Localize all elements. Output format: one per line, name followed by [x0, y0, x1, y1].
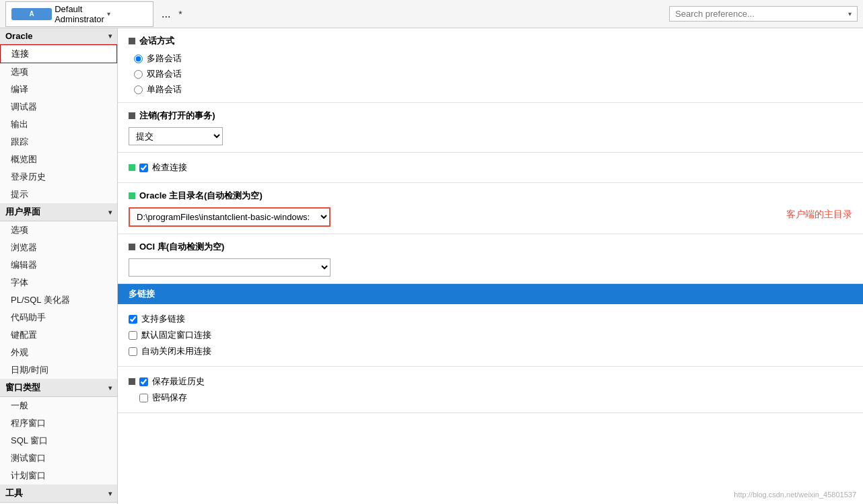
default-fixed-window-label[interactable]: 默认固定窗口连接 [129, 327, 852, 343]
save-password-text: 密码保存 [152, 392, 187, 404]
sidebar-item-browser[interactable]: 浏览器 [0, 239, 117, 256]
session-mode-section: 会话方式 多路会话 双路会话 单路会话 [118, 28, 863, 103]
profile-icon: A [11, 8, 52, 20]
auto-close-unused-checkbox[interactable] [129, 347, 137, 356]
oracle-home-annotation: 客户端的主目录 [786, 190, 852, 221]
history-indicator [129, 378, 135, 385]
sidebar-section-ui-items: 选项 浏览器 编辑器 字体 PL/SQL 美化器 代码助手 键配置 外观 日期/… [0, 221, 117, 379]
sidebar-section-tools-label: 工具 [5, 487, 23, 499]
session-mode-label: 会话方式 [129, 35, 852, 47]
session-mode-indicator [129, 38, 135, 44]
oracle-home-indicator [129, 192, 135, 199]
oci-library-select-wrapper [129, 258, 852, 277]
sidebar-section-oracle-toggle: ▾ [108, 32, 112, 40]
radio-single-session-input[interactable] [134, 85, 143, 94]
sidebar-item-sql-window[interactable]: SQL 窗口 [0, 432, 117, 449]
sidebar-item-test-window[interactable]: 测试窗口 [0, 449, 117, 467]
sidebar-item-overview[interactable]: 概览图 [0, 151, 117, 168]
sidebar-item-compiler[interactable]: 编译 [0, 81, 117, 98]
sidebar-item-datetime[interactable]: 日期/时间 [0, 361, 117, 379]
oracle-home-title: Oracle 主目录名(自动检测为空) [139, 190, 263, 202]
default-fixed-window-text: 默认固定窗口连接 [141, 329, 211, 341]
sidebar-section-window-type[interactable]: 窗口类型 ▾ [0, 379, 117, 397]
logout-select[interactable]: 提交 回滚 询问 [129, 127, 223, 145]
save-password-checkbox[interactable] [139, 394, 148, 402]
sidebar-item-appearance[interactable]: 外观 [0, 344, 117, 361]
check-connection-checkbox-label[interactable]: 检查连接 [129, 159, 852, 176]
sidebar-item-hints[interactable]: 提示 [0, 186, 117, 203]
sidebar-item-trace[interactable]: 跟踪 [0, 133, 117, 151]
check-connection-section: 检查连接 [118, 153, 863, 183]
sidebar-item-connect[interactable]: 连接 [0, 44, 117, 63]
sidebar-item-login-history[interactable]: 登录历史 [0, 168, 117, 186]
oci-library-title: OCI 库(自动检测为空) [139, 241, 224, 253]
sidebar-section-ui[interactable]: 用户界面 ▾ [0, 203, 117, 221]
sidebar-item-font[interactable]: 字体 [0, 274, 117, 291]
radio-multi-session-label: 多路会话 [147, 52, 182, 65]
support-multi-connect-text: 支持多链接 [141, 313, 185, 325]
oci-library-section: OCI 库(自动检测为空) [118, 234, 863, 284]
radio-multi-session[interactable]: 多路会话 [134, 52, 852, 65]
sidebar-section-ui-label: 用户界面 [5, 206, 40, 218]
session-mode-radio-group: 多路会话 双路会话 单路会话 [129, 52, 852, 96]
save-password-label[interactable]: 密码保存 [129, 390, 852, 406]
radio-dual-session-input[interactable] [134, 70, 143, 79]
save-recent-history-checkbox[interactable] [139, 377, 148, 386]
check-connection-indicator [129, 164, 135, 171]
save-recent-history-label[interactable]: 保存最近历史 [129, 373, 852, 390]
oci-library-label: OCI 库(自动检测为空) [129, 241, 852, 253]
search-preference-input[interactable] [675, 9, 845, 19]
search-preference-container[interactable]: ▾ [669, 6, 858, 22]
logout-select-wrapper: 提交 回滚 询问 [129, 127, 852, 145]
sidebar-section-ui-toggle: ▾ [108, 209, 112, 216]
radio-multi-session-input[interactable] [134, 55, 143, 63]
watermark: http://blog.csdn.net/weixin_45801537 [734, 491, 856, 499]
sidebar-section-window-type-toggle: ▾ [108, 384, 112, 392]
multi-connect-section: 支持多链接 默认固定窗口连接 自动关闭未用连接 [118, 304, 863, 367]
profile-label: Default Adminstrator [55, 4, 104, 24]
logout-indicator [129, 112, 135, 119]
logout-title: 注销(有打开的事务) [139, 110, 215, 122]
content-area: 会话方式 多路会话 双路会话 单路会话 注销 [118, 28, 863, 504]
sidebar-item-ui-options[interactable]: 选项 [0, 221, 117, 239]
sidebar-item-debugger[interactable]: 调试器 [0, 98, 117, 116]
sidebar-section-oracle-items: 连接 选项 编译 调试器 输出 跟踪 概览图 登录历史 提示 [0, 44, 117, 203]
sidebar-item-general[interactable]: 一般 [0, 397, 117, 415]
profile-dropdown[interactable]: A Default Adminstrator ▾ [5, 1, 153, 27]
oracle-home-left: Oracle 主目录名(自动检测为空) D:\programFiles\inst… [129, 190, 773, 227]
sidebar-item-options[interactable]: 选项 [0, 63, 117, 81]
oracle-home-label: Oracle 主目录名(自动检测为空) [129, 190, 773, 202]
sidebar-item-program-window[interactable]: 程序窗口 [0, 415, 117, 432]
sidebar-section-oracle[interactable]: Oracle ▾ [0, 28, 117, 44]
radio-dual-session[interactable]: 双路会话 [134, 68, 852, 80]
save-recent-history-text: 保存最近历史 [152, 375, 205, 388]
more-options-button[interactable]: ... [158, 7, 174, 22]
check-connection-checkbox[interactable] [139, 164, 148, 172]
support-multi-connect-label[interactable]: 支持多链接 [129, 311, 852, 327]
sidebar-item-export[interactable]: 输出 [0, 116, 117, 133]
sidebar-item-plan-window[interactable]: 计划窗口 [0, 467, 117, 484]
sidebar: Oracle ▾ 连接 选项 编译 调试器 输出 跟踪 概览图 登录历史 提示 … [0, 28, 118, 504]
default-fixed-window-checkbox[interactable] [129, 331, 137, 340]
logout-section: 注销(有打开的事务) 提交 回滚 询问 [118, 103, 863, 153]
radio-single-session[interactable]: 单路会话 [134, 83, 852, 96]
oracle-home-select-wrapper: D:\programFiles\instantclient-basic-wind… [129, 207, 773, 227]
logout-label: 注销(有打开的事务) [129, 110, 852, 122]
sidebar-item-plsql-beautifier[interactable]: PL/SQL 美化器 [0, 291, 117, 309]
sidebar-item-keymapping[interactable]: 键配置 [0, 326, 117, 344]
support-multi-connect-checkbox[interactable] [129, 315, 137, 324]
sidebar-section-window-type-items: 一般 程序窗口 SQL 窗口 测试窗口 计划窗口 [0, 397, 117, 484]
multi-connect-header: 多链接 [118, 284, 863, 304]
check-connection-label: 检查连接 [152, 161, 187, 174]
auto-close-unused-text: 自动关闭未用连接 [141, 345, 211, 357]
profile-dropdown-arrow: ▾ [107, 10, 147, 17]
toolbar: A Default Adminstrator ▾ ... * ▾ [0, 0, 863, 28]
session-mode-title: 会话方式 [139, 35, 174, 47]
sidebar-item-editor[interactable]: 编辑器 [0, 256, 117, 274]
oracle-home-section: Oracle 主目录名(自动检测为空) D:\programFiles\inst… [118, 183, 863, 234]
sidebar-item-code-assistant[interactable]: 代码助手 [0, 309, 117, 326]
oracle-home-select[interactable]: D:\programFiles\instantclient-basic-wind… [129, 207, 331, 227]
oci-library-select[interactable] [129, 258, 331, 277]
sidebar-section-tools[interactable]: 工具 ▾ [0, 484, 117, 503]
auto-close-unused-label[interactable]: 自动关闭未用连接 [129, 343, 852, 359]
